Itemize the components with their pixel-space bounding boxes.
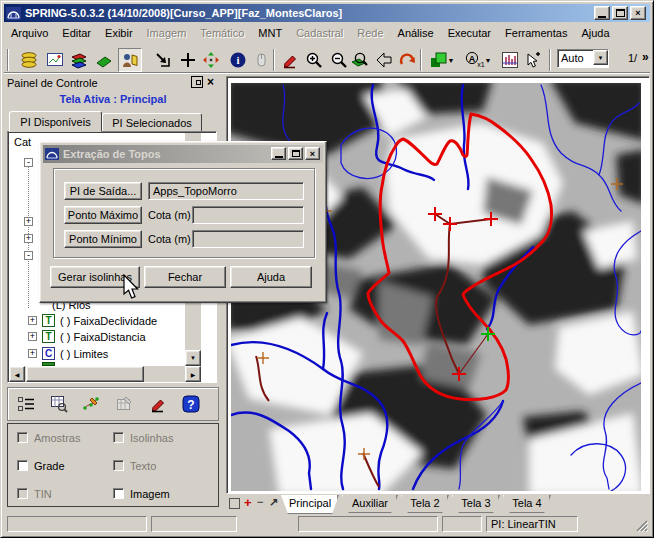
tree-collapse-box[interactable]: - <box>24 251 33 260</box>
tree-item-faixadistancia[interactable]: T( ) FaixaDistancia <box>42 330 146 343</box>
menu-executar[interactable]: Executar <box>441 24 498 42</box>
svg-text:A: A <box>468 54 475 64</box>
layers-icon[interactable] <box>67 48 91 72</box>
tab-tela-3[interactable]: Tela 3 <box>452 495 500 513</box>
window-titlebar[interactable]: SPRING-5.0.3.2 (14/10/2008)[Curso_APP][F… <box>4 4 650 22</box>
checkbox-grade[interactable] <box>17 460 28 471</box>
tree-item-faixadeclividade[interactable]: T( ) FaixaDeclividade <box>42 314 157 327</box>
status-segment <box>151 516 237 532</box>
menu-ajuda[interactable]: Ajuda <box>574 24 616 42</box>
control-panel-header[interactable]: Painel de Controle × <box>7 75 219 91</box>
pi-de-saida-button[interactable]: PI de Saída... <box>64 182 142 200</box>
toolbar-overflow-chevron[interactable]: » <box>642 50 649 64</box>
tab-tela-4[interactable]: Tela 4 <box>503 495 551 513</box>
minimize-button[interactable] <box>594 6 610 20</box>
combobox-dropdown-button[interactable]: ▼ <box>593 50 608 65</box>
legend-list-icon[interactable] <box>13 392 39 416</box>
zoom-mode-combobox[interactable]: Auto ▼ <box>557 49 609 68</box>
menu-tematico: Temático <box>193 24 251 42</box>
checkbox-amostras-label: Amostras <box>34 432 80 444</box>
tree-horizontal-scrollbar[interactable]: ◀ ▶ <box>9 366 201 382</box>
tab-principal[interactable]: Principal <box>281 495 339 514</box>
registration-icon[interactable] <box>43 48 67 72</box>
maximize-button[interactable] <box>612 6 628 20</box>
checkbox-amostras <box>17 432 28 443</box>
menu-editar[interactable]: Editar <box>55 24 98 42</box>
tab-auxiliar[interactable]: Auxiliar <box>342 495 398 513</box>
checkbox-imagem[interactable] <box>113 488 124 499</box>
menu-mnt[interactable]: MNT <box>251 24 289 42</box>
dialog-close-button[interactable]: × <box>305 147 320 160</box>
checkbox-imagem-label[interactable]: Imagem <box>130 488 170 500</box>
help-icon[interactable]: ? <box>178 392 204 416</box>
table-query-icon[interactable] <box>46 392 72 416</box>
remove-screen-icon[interactable]: − <box>257 496 263 508</box>
database-icon[interactable] <box>17 48 41 72</box>
float-screen-icon[interactable] <box>229 498 240 509</box>
control-panel-icon[interactable] <box>118 48 142 72</box>
tree-expand-box[interactable]: + <box>28 316 37 325</box>
resize-grip[interactable] <box>635 519 648 532</box>
tab-pi-selecionados[interactable]: PI Selecionados <box>102 113 202 132</box>
ajuda-button[interactable]: Ajuda <box>230 266 312 288</box>
control-panel-title: Painel de Controle <box>7 77 98 89</box>
acquire-point-icon[interactable] <box>521 48 545 72</box>
checkbox-grade-label[interactable]: Grade <box>34 460 65 472</box>
menu-arquivo[interactable]: Arquivo <box>4 24 55 42</box>
status-pi-label: PI: LinearTIN <box>491 518 556 530</box>
close-panel-icon[interactable]: × <box>207 75 214 89</box>
dialog-logo-icon <box>45 148 59 160</box>
dialog-minimize-button[interactable] <box>271 147 286 160</box>
tab-tela-2[interactable]: Tela 2 <box>401 495 449 513</box>
scroll-down-button[interactable]: ▼ <box>185 350 201 366</box>
add-point-icon[interactable] <box>176 48 200 72</box>
menu-cadastral: Cadastral <box>289 24 350 42</box>
tree-collapse-box[interactable]: - <box>24 158 33 167</box>
checkbox-tin <box>17 488 28 499</box>
cota-max-field[interactable] <box>192 206 304 224</box>
menu-ferramentas[interactable]: Ferramentas <box>498 24 574 42</box>
scrollbar-thumb[interactable] <box>26 366 144 382</box>
ponto-maximo-button[interactable]: Ponto Máximo <box>64 206 142 224</box>
toolbar-separator <box>549 49 551 71</box>
tree-expand-box[interactable]: + <box>24 217 33 226</box>
erase-edit-icon[interactable] <box>145 392 171 416</box>
dialog-title: Extração de Topos <box>63 148 161 160</box>
scroll-left-button[interactable]: ◀ <box>9 366 25 382</box>
vector-edit-icon[interactable] <box>79 392 105 416</box>
tree-item-limites[interactable]: C( ) Limites <box>42 347 108 360</box>
cota-min-label: Cota (m) <box>148 233 191 245</box>
ponto-minimo-button[interactable]: Ponto Mínimo <box>64 230 142 248</box>
status-pi-segment: PI: LinearTIN <box>486 516 578 532</box>
tab-pi-disponiveis[interactable]: PI Disponíveis <box>9 111 102 132</box>
scale-1x-icon[interactable]: Ax1▼ <box>460 48 496 72</box>
zoom-in-icon[interactable] <box>302 48 326 72</box>
add-screen-icon[interactable]: + <box>244 495 252 510</box>
dialog-titlebar[interactable]: Extração de Topos × <box>43 145 323 163</box>
fechar-button[interactable]: Fechar <box>144 266 226 288</box>
edit-pencil-icon[interactable] <box>278 48 302 72</box>
menu-exibir[interactable]: Exibir <box>98 24 140 42</box>
close-button[interactable]: × <box>630 6 646 20</box>
menu-analise[interactable]: Análise <box>391 24 441 42</box>
float-panel-icon[interactable] <box>191 76 203 88</box>
visibility-control-icon[interactable]: ▼ <box>425 48 459 72</box>
scroll-right-button[interactable]: ▶ <box>185 366 201 382</box>
promote-screen-icon[interactable]: ↗ <box>269 496 278 509</box>
pi-de-saida-field[interactable]: Apps_TopoMorro <box>148 182 304 200</box>
eraser-icon[interactable] <box>92 48 116 72</box>
tree-expand-box[interactable]: + <box>28 332 37 341</box>
checkbox-isolinhas-label: Isolinhas <box>130 432 173 444</box>
redraw-icon[interactable] <box>395 48 419 72</box>
tree-expand-box[interactable]: + <box>28 349 37 358</box>
zoom-region-icon[interactable] <box>348 48 372 72</box>
pan-icon[interactable] <box>199 48 223 72</box>
recompose-icon[interactable] <box>151 48 175 72</box>
tree-expand-box[interactable]: + <box>24 234 33 243</box>
histogram-icon[interactable] <box>498 48 522 72</box>
info-icon[interactable]: i <box>226 48 250 72</box>
cota-min-field[interactable] <box>192 230 304 248</box>
dialog-maximize-button[interactable] <box>288 147 303 160</box>
status-segment <box>298 516 438 532</box>
previous-view-icon[interactable] <box>372 48 396 72</box>
